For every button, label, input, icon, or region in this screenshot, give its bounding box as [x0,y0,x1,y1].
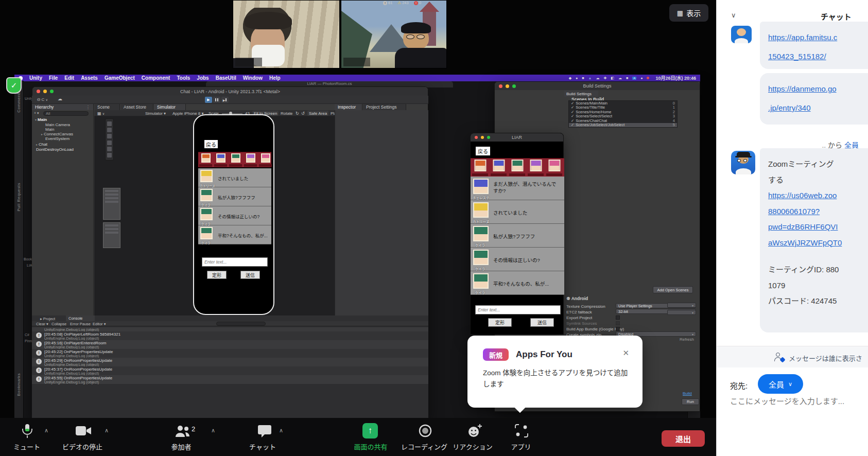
console-editor-dropdown[interactable]: Editor ▾ [93,322,106,326]
scene-grid-button[interactable]: ▦ ∨ [97,111,105,116]
console-log-row[interactable]: ! [20:45:55] OnRoomPropertiesUpdateUnity… [32,375,428,384]
popup-close-icon[interactable]: ✕ [622,348,629,358]
scene-row[interactable]: ✓Scenes/Chat/Chat4 [569,118,677,123]
chat-link[interactable]: https://us06web.zoo [768,191,837,200]
mute-options-caret[interactable]: ∧ [44,427,48,434]
leave-meeting-button[interactable]: 退出 [662,430,705,447]
console-info-count[interactable]: !61 [383,1,392,5]
liar-titlebar[interactable]: LIAR [471,133,563,142]
chat-panel-collapse-icon[interactable]: ∨ [731,11,736,19]
record-icon[interactable] [418,423,433,439]
video-camera-icon[interactable] [75,424,94,439]
scene-row[interactable]: ✓Scenes/Main/Main0 [569,101,677,106]
menu-component[interactable]: Component [142,75,170,81]
video-feed-participant-1[interactable] [233,0,340,68]
sim-back-button[interactable]: 戻る [204,140,218,148]
console-log-row[interactable]: ! [20:45:22] OnPlayerPropertiesUpdateUni… [32,349,428,358]
build-settings-dropdown[interactable]: ▾ [667,310,696,315]
hierarchy-item-chat-scene[interactable]: ▸Chat [36,142,47,147]
liar-preset-button[interactable]: 定形 [488,318,512,327]
hierarchy-item-dontdestroyonload[interactable]: DontDestroyOnLoad [36,147,74,152]
rotate-cw-button[interactable]: ↻ [296,111,299,116]
scene-row[interactable]: ✓Scenes/Select/Select3 [569,114,677,119]
view-button[interactable]: ▦ 表示 [669,4,708,22]
hierarchy-item-main-camera[interactable]: Main Camera [45,122,70,127]
sim-preset-button[interactable]: 定形 [207,271,227,279]
tab-hierarchy[interactable]: Hierarchy⋮ [32,104,94,110]
console-log-row[interactable]: ! [20:45:08] OnPlayerLeftRoom 585894321U… [32,331,428,340]
scene-row-selected[interactable]: ✓Scenes/JobSelect/JobSelect5 [569,123,677,128]
simulator-dropdown[interactable]: Simulator ▾ [145,111,166,116]
liar-portrait-2[interactable] [490,160,507,173]
menu-unity[interactable]: Unity [29,75,42,81]
add-open-scenes-button[interactable]: Add Open Scenes [653,286,693,293]
menu-file[interactable]: File [49,75,58,81]
menu-gameobject[interactable]: GameObject [105,75,135,81]
build-app-bundle-checkbox[interactable] [616,327,620,331]
stop-video-label[interactable]: ビデオの停止 [59,442,106,451]
sim-send-button[interactable]: 送信 [240,271,260,279]
scene-tool-strip[interactable] [105,118,114,161]
menu-jobs[interactable]: Jobs [197,75,209,81]
menu-baseutil[interactable]: BaseUtil [216,75,236,81]
apps-label[interactable]: アプリ [498,442,544,451]
unity-step-button[interactable]: ▶ [221,97,229,103]
microphone-icon[interactable] [20,423,35,441]
chat-link[interactable]: aWszWjJRZWFpQT0 [768,238,842,247]
sim-portrait-3[interactable] [229,153,242,164]
participants-icon[interactable] [174,424,192,439]
console-log-row[interactable]: ! [20:45:16] OnPlayerEnteredRoomUnityEng… [32,340,428,349]
menu-edit[interactable]: Edit [64,75,74,81]
apps-icon[interactable] [514,423,529,439]
chat-link[interactable]: 150423_515182/ [768,52,826,61]
console-error-count[interactable]: !0 [414,1,421,5]
chat-message-input[interactable] [730,397,859,406]
hierarchy-create-button[interactable]: + ▾ [34,111,39,115]
device-dropdown[interactable]: Apple iPhone 8 ▾ [172,111,204,116]
liar-send-button[interactable]: 送信 [530,318,554,327]
scene-row[interactable]: ✓Scenes/Home/Home2 [569,110,677,114]
record-label[interactable]: レコーディング [401,442,447,451]
hierarchy-item-main-scene[interactable]: ▾Main [35,117,47,122]
mute-label[interactable]: ミュート [4,442,50,451]
chat-link[interactable]: https://app.famitsu.c [768,33,837,42]
build-settings-tab[interactable]: Build Settings [564,91,598,97]
console-log-row[interactable]: ! [20:45:29] OnRoomPropertiesUpdateUnity… [32,358,428,366]
rotate-ccw-button[interactable]: ↺ [301,111,305,116]
sim-portrait-2[interactable] [214,153,228,164]
dock-comments-label[interactable]: Comments [16,91,21,113]
liar-portrait-1[interactable] [472,160,489,173]
chat-options-caret[interactable]: ∧ [279,427,283,434]
liar-portrait-4[interactable] [527,160,544,173]
participants-options-caret[interactable]: ∧ [211,427,215,434]
scene-row[interactable]: ✓Scenes/Title/Title1 [569,106,677,110]
unity-account-button[interactable]: Θ C ∨ [37,97,48,102]
play-unfocused-dropdown[interactable]: Play Unfocused ▾ [331,111,335,116]
video-options-caret[interactable]: ∧ [105,427,109,434]
chat-link[interactable]: https://danmemo.go [768,84,837,93]
unity-titlebar[interactable]: Chat - LIAR - Android - Unity 2021.3.7f1… [32,87,428,96]
console-collapse-toggle[interactable]: Collapse [51,322,66,326]
liar-back-button[interactable]: 戻る [476,147,490,155]
menu-assets[interactable]: Assets [81,75,98,81]
reactions-icon[interactable] [467,423,483,439]
tab-project[interactable]: ▸ Project [40,317,55,321]
console-warning-count[interactable]: ⚠243 [397,1,409,5]
run-button[interactable]: Run [682,398,699,405]
tab-console[interactable]: Console [66,315,95,321]
hierarchy-item-eventsystem[interactable]: EventSystem [45,136,70,141]
chat-link[interactable]: pwd=dzB6RHF6QVI [768,222,838,231]
export-project-checkbox[interactable] [616,315,620,320]
unity-play-button[interactable]: ▶ [205,97,212,103]
menu-window[interactable]: Window [243,75,263,81]
tab-inspector[interactable]: Inspector [335,104,362,110]
console-error-pause-toggle[interactable]: Error Pause [70,322,91,326]
sim-portrait-4[interactable] [244,153,257,164]
share-screen-label[interactable]: 画面の共有 [348,442,394,451]
tab-simulator[interactable]: Simulator [154,104,186,110]
hierarchy-item-connectcanvas[interactable]: ▸ConnectCanvas [41,132,73,136]
tab-project-settings[interactable]: Project Settings [363,104,406,110]
menubar-status-icons[interactable]: ◆●■▲☁✚◧☁■A● 10月26日(水) 20:46 [569,75,696,81]
liar-portrait-5[interactable] [546,160,563,173]
participants-label[interactable]: 参加者 [158,442,204,451]
